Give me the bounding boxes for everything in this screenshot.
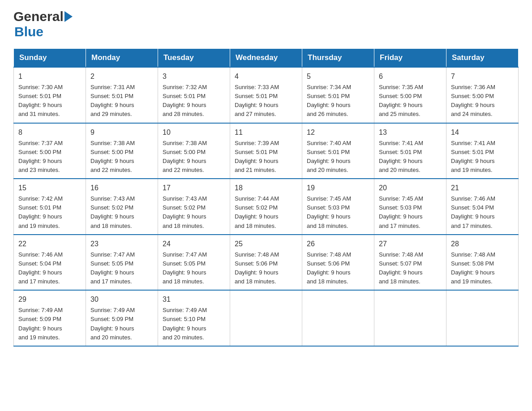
day-number: 26 <box>307 239 369 249</box>
svg-marker-0 <box>64 11 73 22</box>
day-number: 9 <box>90 127 153 138</box>
table-row: 9Sunrise: 7:38 AMSunset: 5:00 PMDaylight… <box>86 123 158 179</box>
day-info: Sunrise: 7:32 AMSunset: 5:01 PMDaylight:… <box>163 83 225 119</box>
day-info: Sunrise: 7:37 AMSunset: 5:00 PMDaylight:… <box>18 139 81 175</box>
col-friday: Friday <box>374 49 446 68</box>
day-number: 5 <box>307 71 369 82</box>
table-row: 21Sunrise: 7:46 AMSunset: 5:04 PMDayligh… <box>446 179 519 235</box>
day-info: Sunrise: 7:31 AMSunset: 5:01 PMDaylight:… <box>90 83 153 119</box>
day-info: Sunrise: 7:49 AMSunset: 5:10 PMDaylight:… <box>163 306 225 342</box>
col-tuesday: Tuesday <box>158 49 230 68</box>
col-sunday: Sunday <box>14 49 86 68</box>
day-info: Sunrise: 7:47 AMSunset: 5:05 PMDaylight:… <box>163 250 225 287</box>
day-number: 29 <box>18 294 81 305</box>
day-number: 18 <box>235 183 297 193</box>
day-number: 10 <box>163 127 225 138</box>
table-row: 27Sunrise: 7:48 AMSunset: 5:07 PMDayligh… <box>374 235 446 291</box>
table-row: 30Sunrise: 7:49 AMSunset: 5:09 PMDayligh… <box>86 290 158 346</box>
day-info: Sunrise: 7:43 AMSunset: 5:02 PMDaylight:… <box>163 194 225 231</box>
day-number: 23 <box>90 239 153 249</box>
table-row: 6Sunrise: 7:35 AMSunset: 5:00 PMDaylight… <box>374 67 446 123</box>
day-info: Sunrise: 7:40 AMSunset: 5:01 PMDaylight:… <box>307 139 369 175</box>
day-info: Sunrise: 7:43 AMSunset: 5:02 PMDaylight:… <box>90 194 153 231</box>
table-row: 7Sunrise: 7:36 AMSunset: 5:00 PMDaylight… <box>446 67 519 123</box>
logo-blue-word: Blue <box>14 24 43 39</box>
day-number: 31 <box>163 294 225 305</box>
day-number: 27 <box>379 239 442 249</box>
day-info: Sunrise: 7:39 AMSunset: 5:01 PMDaylight:… <box>235 139 297 175</box>
table-row: 10Sunrise: 7:38 AMSunset: 5:00 PMDayligh… <box>158 123 230 179</box>
day-info: Sunrise: 7:42 AMSunset: 5:01 PMDaylight:… <box>18 194 81 231</box>
col-thursday: Thursday <box>302 49 374 68</box>
day-number: 7 <box>451 71 514 82</box>
day-number: 19 <box>307 183 369 193</box>
logo: GeneralBlue <box>13 9 74 39</box>
day-info: Sunrise: 7:49 AMSunset: 5:09 PMDaylight:… <box>90 306 153 342</box>
day-number: 2 <box>90 71 153 82</box>
table-row: 31Sunrise: 7:49 AMSunset: 5:10 PMDayligh… <box>158 290 230 346</box>
table-row: 14Sunrise: 7:41 AMSunset: 5:01 PMDayligh… <box>446 123 519 179</box>
day-info: Sunrise: 7:48 AMSunset: 5:06 PMDaylight:… <box>235 250 297 287</box>
table-row <box>446 290 519 346</box>
table-row <box>230 290 302 346</box>
day-number: 6 <box>379 71 442 82</box>
day-number: 11 <box>235 127 297 138</box>
day-info: Sunrise: 7:33 AMSunset: 5:01 PMDaylight:… <box>235 83 297 119</box>
table-row: 2Sunrise: 7:31 AMSunset: 5:01 PMDaylight… <box>86 67 158 123</box>
table-row: 29Sunrise: 7:49 AMSunset: 5:09 PMDayligh… <box>14 290 86 346</box>
day-info: Sunrise: 7:46 AMSunset: 5:04 PMDaylight:… <box>18 250 81 287</box>
day-info: Sunrise: 7:47 AMSunset: 5:05 PMDaylight:… <box>90 250 153 287</box>
col-monday: Monday <box>86 49 158 68</box>
day-info: Sunrise: 7:36 AMSunset: 5:00 PMDaylight:… <box>451 83 514 119</box>
day-info: Sunrise: 7:41 AMSunset: 5:01 PMDaylight:… <box>451 139 514 175</box>
day-info: Sunrise: 7:48 AMSunset: 5:06 PMDaylight:… <box>307 250 369 287</box>
calendar-header-row: Sunday Monday Tuesday Wednesday Thursday… <box>14 49 519 68</box>
day-info: Sunrise: 7:48 AMSunset: 5:08 PMDaylight:… <box>451 250 514 287</box>
col-wednesday: Wednesday <box>230 49 302 68</box>
table-row: 8Sunrise: 7:37 AMSunset: 5:00 PMDaylight… <box>14 123 86 179</box>
day-number: 20 <box>379 183 442 193</box>
table-row: 1Sunrise: 7:30 AMSunset: 5:01 PMDaylight… <box>14 67 86 123</box>
day-info: Sunrise: 7:45 AMSunset: 5:03 PMDaylight:… <box>307 194 369 231</box>
page-header: GeneralBlue <box>13 9 519 39</box>
day-number: 17 <box>163 183 225 193</box>
day-number: 24 <box>163 239 225 249</box>
table-row: 26Sunrise: 7:48 AMSunset: 5:06 PMDayligh… <box>302 235 374 291</box>
calendar-week-row: 29Sunrise: 7:49 AMSunset: 5:09 PMDayligh… <box>14 290 519 346</box>
day-number: 3 <box>163 71 225 82</box>
table-row: 25Sunrise: 7:48 AMSunset: 5:06 PMDayligh… <box>230 235 302 291</box>
calendar-week-row: 1Sunrise: 7:30 AMSunset: 5:01 PMDaylight… <box>14 67 519 123</box>
table-row <box>302 290 374 346</box>
day-number: 30 <box>90 294 153 305</box>
table-row: 13Sunrise: 7:41 AMSunset: 5:01 PMDayligh… <box>374 123 446 179</box>
day-info: Sunrise: 7:35 AMSunset: 5:00 PMDaylight:… <box>379 83 442 119</box>
day-number: 28 <box>451 239 514 249</box>
table-row: 15Sunrise: 7:42 AMSunset: 5:01 PMDayligh… <box>14 179 86 235</box>
table-row: 20Sunrise: 7:45 AMSunset: 5:03 PMDayligh… <box>374 179 446 235</box>
day-info: Sunrise: 7:30 AMSunset: 5:01 PMDaylight:… <box>18 83 81 119</box>
table-row: 12Sunrise: 7:40 AMSunset: 5:01 PMDayligh… <box>302 123 374 179</box>
day-number: 22 <box>18 239 81 249</box>
day-number: 13 <box>379 127 442 138</box>
table-row: 3Sunrise: 7:32 AMSunset: 5:01 PMDaylight… <box>158 67 230 123</box>
calendar-table: Sunday Monday Tuesday Wednesday Thursday… <box>13 48 519 347</box>
table-row: 28Sunrise: 7:48 AMSunset: 5:08 PMDayligh… <box>446 235 519 291</box>
table-row: 17Sunrise: 7:43 AMSunset: 5:02 PMDayligh… <box>158 179 230 235</box>
day-info: Sunrise: 7:38 AMSunset: 5:00 PMDaylight:… <box>90 139 153 175</box>
day-info: Sunrise: 7:34 AMSunset: 5:01 PMDaylight:… <box>307 83 369 119</box>
table-row: 18Sunrise: 7:44 AMSunset: 5:02 PMDayligh… <box>230 179 302 235</box>
table-row: 16Sunrise: 7:43 AMSunset: 5:02 PMDayligh… <box>86 179 158 235</box>
calendar-week-row: 8Sunrise: 7:37 AMSunset: 5:00 PMDaylight… <box>14 123 519 179</box>
calendar-week-row: 15Sunrise: 7:42 AMSunset: 5:01 PMDayligh… <box>14 179 519 235</box>
day-info: Sunrise: 7:45 AMSunset: 5:03 PMDaylight:… <box>379 194 442 231</box>
day-number: 14 <box>451 127 514 138</box>
day-info: Sunrise: 7:49 AMSunset: 5:09 PMDaylight:… <box>18 306 81 342</box>
table-row: 22Sunrise: 7:46 AMSunset: 5:04 PMDayligh… <box>14 235 86 291</box>
table-row: 11Sunrise: 7:39 AMSunset: 5:01 PMDayligh… <box>230 123 302 179</box>
table-row: 23Sunrise: 7:47 AMSunset: 5:05 PMDayligh… <box>86 235 158 291</box>
day-number: 25 <box>235 239 297 249</box>
logo-arrow-icon <box>64 9 73 24</box>
day-number: 4 <box>235 71 297 82</box>
day-number: 8 <box>18 127 81 138</box>
day-number: 15 <box>18 183 81 193</box>
